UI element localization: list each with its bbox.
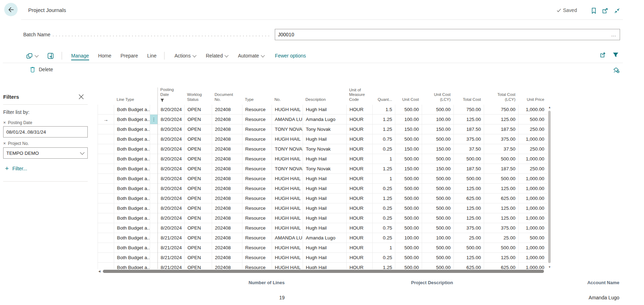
cell-unit_price[interactable]: 1,000.00: [519, 203, 547, 213]
cell-line_type[interactable]: Both Budget a...: [114, 184, 150, 193]
cell-description[interactable]: Hugh Hail: [303, 134, 347, 144]
cell-total_cost_lcy[interactable]: 187.50: [484, 164, 519, 173]
cell-unit_cost_lcy[interactable]: 100.00: [422, 233, 454, 243]
cell-line_type[interactable]: Both Budget a...: [114, 233, 150, 243]
cell-type[interactable]: Resource: [242, 174, 272, 183]
cell-document_no[interactable]: 202408: [212, 223, 242, 233]
cell-document_no[interactable]: 202408: [212, 243, 242, 252]
cell-worklog_status[interactable]: OPEN: [185, 124, 212, 134]
cell-total_cost[interactable]: 37.50: [454, 144, 484, 154]
cell-total_cost[interactable]: 500.00: [454, 243, 484, 252]
assist-edit-button[interactable]: ...: [608, 32, 620, 37]
row-selector-cell[interactable]: [98, 263, 114, 269]
cell-document_no[interactable]: 202408: [212, 144, 242, 154]
cell-unit_cost[interactable]: 500.00: [395, 223, 422, 233]
cell-document_no[interactable]: 202408: [212, 164, 242, 173]
cell-unit_cost[interactable]: 150.00: [395, 124, 422, 134]
cell-unit_cost_lcy[interactable]: 500.00: [422, 105, 454, 114]
cell-type[interactable]: Resource: [242, 144, 272, 154]
cell-worklog_status[interactable]: OPEN: [185, 105, 212, 114]
cell-unit_cost[interactable]: 500.00: [395, 134, 422, 144]
cell-uom[interactable]: HOUR: [347, 194, 373, 203]
cell-posting_date[interactable]: 8/20/2024: [158, 124, 185, 134]
column-header-document_no[interactable]: Document No.: [212, 87, 242, 105]
row-menu-cell[interactable]: [150, 134, 158, 144]
table-row[interactable]: Both Budget a...8/21/2024OPEN202408Resou…: [98, 253, 547, 263]
cell-total_cost_lcy[interactable]: 125.00: [484, 253, 519, 262]
cell-worklog_status[interactable]: OPEN: [185, 213, 212, 223]
cell-description[interactable]: Hugh Hail: [303, 184, 347, 193]
cell-uom[interactable]: HOUR: [347, 105, 373, 114]
cell-document_no[interactable]: 202408: [212, 253, 242, 262]
cell-type[interactable]: Resource: [242, 115, 272, 124]
cell-worklog_status[interactable]: OPEN: [185, 243, 212, 252]
cell-unit_cost_lcy[interactable]: 500.00: [422, 253, 454, 262]
cell-total_cost_lcy[interactable]: 750.00: [484, 105, 519, 114]
cell-unit_price[interactable]: 1,000.00: [519, 134, 547, 144]
cell-description[interactable]: Hugh Hail: [303, 174, 347, 183]
table-row[interactable]: Both Budget a...8/20/2024OPEN202408Resou…: [98, 144, 547, 154]
row-menu-cell[interactable]: ⋮: [150, 115, 158, 124]
cell-unit_cost_lcy[interactable]: 500.00: [422, 174, 454, 183]
cell-quantity[interactable]: 1.5: [373, 105, 395, 114]
cell-no[interactable]: HUGH HAIL: [272, 154, 303, 164]
cell-description[interactable]: Hugh Hail: [303, 213, 347, 223]
cell-description[interactable]: Amanda Lugo: [303, 115, 347, 124]
cell-uom[interactable]: HOUR: [347, 124, 373, 134]
row-menu-cell[interactable]: [150, 105, 158, 114]
scroll-up-icon[interactable]: ▲: [548, 106, 551, 109]
cell-total_cost_lcy[interactable]: 125.00: [484, 213, 519, 223]
cell-posting_date[interactable]: 8/20/2024: [158, 105, 185, 114]
cell-unit_cost[interactable]: 150.00: [395, 164, 422, 173]
cell-document_no[interactable]: 202408: [212, 203, 242, 213]
cell-document_no[interactable]: 202408: [212, 134, 242, 144]
cell-description[interactable]: Tony Novak: [303, 144, 347, 154]
cell-unit_cost_lcy[interactable]: 500.00: [422, 243, 454, 252]
cell-uom[interactable]: HOUR: [347, 144, 373, 154]
cell-quantity[interactable]: 1: [373, 154, 395, 164]
cell-total_cost[interactable]: 125.00: [454, 203, 484, 213]
cell-document_no[interactable]: 202408: [212, 184, 242, 193]
cell-total_cost[interactable]: 125.00: [454, 184, 484, 193]
cell-line_type[interactable]: Both Budget a...: [114, 154, 150, 164]
row-selector-cell[interactable]: [98, 194, 114, 203]
cell-total_cost_lcy[interactable]: 187.50: [484, 124, 519, 134]
cell-unit_cost[interactable]: 500.00: [395, 184, 422, 193]
row-selector-cell[interactable]: [98, 174, 114, 183]
cell-unit_price[interactable]: 1,000.00: [519, 213, 547, 223]
cell-description[interactable]: Tony Novak: [303, 124, 347, 134]
cell-line_type[interactable]: Both Budget a...: [114, 253, 150, 262]
column-header-line_type[interactable]: Line Type: [114, 87, 150, 105]
cell-type[interactable]: Resource: [242, 194, 272, 203]
cell-worklog_status[interactable]: OPEN: [185, 233, 212, 243]
cell-line_type[interactable]: Both Budget a...: [114, 203, 150, 213]
fewer-options-button[interactable]: Fewer options: [275, 53, 306, 59]
cell-posting_date[interactable]: 8/20/2024: [158, 213, 185, 223]
cell-posting_date[interactable]: 8/20/2024: [158, 223, 185, 233]
cell-worklog_status[interactable]: OPEN: [185, 115, 212, 124]
cell-unit_price[interactable]: 500.00: [519, 115, 547, 124]
cell-unit_cost[interactable]: 500.00: [395, 253, 422, 262]
cell-type[interactable]: Resource: [242, 105, 272, 114]
cell-line_type[interactable]: Both Budget a...: [114, 243, 150, 252]
cell-type[interactable]: Resource: [242, 263, 272, 269]
cell-description[interactable]: Hugh Hail: [303, 194, 347, 203]
cell-uom[interactable]: HOUR: [347, 164, 373, 173]
cell-no[interactable]: HUGH HAIL: [272, 105, 303, 114]
cell-type[interactable]: Resource: [242, 213, 272, 223]
row-selector-cell[interactable]: [98, 233, 114, 243]
column-header-quantity[interactable]: Quant...: [372, 87, 395, 105]
cell-posting_date[interactable]: 8/21/2024: [158, 253, 185, 262]
table-row[interactable]: Both Budget a...8/20/2024OPEN202408Resou…: [98, 134, 547, 144]
menu-actions[interactable]: Actions: [174, 53, 196, 59]
row-selector-cell[interactable]: [98, 164, 114, 173]
table-row[interactable]: Both Budget a...8/20/2024OPEN202408Resou…: [98, 194, 547, 203]
cell-total_cost[interactable]: 375.00: [454, 223, 484, 233]
tab-prepare[interactable]: Prepare: [120, 53, 138, 59]
cell-no[interactable]: TONY NOVAK: [272, 124, 303, 134]
cell-uom[interactable]: HOUR: [347, 253, 373, 262]
cell-line_type[interactable]: Both Budget a...: [114, 164, 150, 173]
cell-document_no[interactable]: 202408: [212, 263, 242, 269]
cell-quantity[interactable]: 1.25: [373, 164, 395, 173]
cell-unit_price[interactable]: 1,000.00: [519, 243, 547, 252]
